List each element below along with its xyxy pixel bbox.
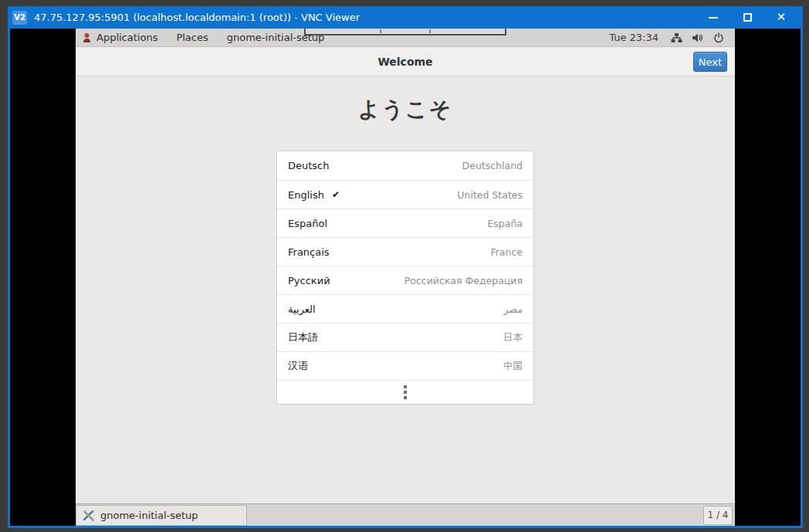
language-row[interactable]: العربية ✔ مصر xyxy=(277,294,533,323)
language-name: 日本語 xyxy=(288,330,318,344)
language-region: Российская Федерация xyxy=(404,275,523,286)
language-name: العربية xyxy=(288,303,316,315)
setup-headerbar: Welcome Next xyxy=(76,47,735,76)
maximize-icon xyxy=(743,13,752,22)
applications-menu[interactable]: Applications xyxy=(76,29,167,46)
more-languages-button[interactable] xyxy=(277,380,533,404)
language-region: 中国 xyxy=(503,360,523,373)
places-label: Places xyxy=(176,32,208,43)
language-name: 汉语 xyxy=(288,359,308,373)
welcome-heading: ようこそ xyxy=(76,95,735,124)
language-row[interactable]: Français ✔ France xyxy=(277,237,533,266)
toolbar-tick xyxy=(429,29,431,33)
vnc-canvas: Applications Places gnome-initial-setup … xyxy=(10,29,801,526)
network-icon[interactable] xyxy=(671,32,682,43)
close-icon: ✕ xyxy=(777,12,787,23)
language-row[interactable]: Español ✔ España xyxy=(277,208,533,237)
taskbar-window-label: gnome-initial-setup xyxy=(100,510,198,521)
workspace-pager[interactable]: 1 / 4 xyxy=(703,506,733,525)
page-title: Welcome xyxy=(377,56,432,68)
language-region: Deutschland xyxy=(462,160,523,171)
power-icon[interactable] xyxy=(713,32,724,43)
close-button[interactable]: ✕ xyxy=(764,6,798,29)
language-name: Español xyxy=(288,218,327,229)
app-tools-icon xyxy=(83,510,95,521)
language-name: Français xyxy=(288,246,330,258)
more-icon xyxy=(404,391,407,394)
minimize-icon xyxy=(709,17,718,19)
language-region: مصر xyxy=(504,303,523,315)
language-row[interactable]: 日本語 ✔ 日本 xyxy=(277,323,533,351)
applications-icon xyxy=(82,32,92,43)
language-row[interactable]: English ✔ United States xyxy=(277,180,533,208)
language-name: Deutsch xyxy=(288,160,330,171)
taskbar: gnome-initial-setup 1 / 4 xyxy=(76,503,735,526)
language-region: 日本 xyxy=(503,331,523,344)
vnc-viewer-window: V2 47.75.127.95:5901 (localhost.localdom… xyxy=(8,6,803,528)
maximize-button[interactable] xyxy=(730,6,764,29)
vnc-titlebar[interactable]: V2 47.75.127.95:5901 (localhost.localdom… xyxy=(8,6,803,29)
toolbar-tick xyxy=(380,29,381,33)
selected-check-icon: ✔ xyxy=(332,189,340,200)
language-listbox: Deutsch ✔ Deutschland English ✔ United S… xyxy=(276,151,534,405)
vnc-toolbar-handle[interactable] xyxy=(304,29,506,36)
language-row[interactable]: 汉语 ✔ 中国 xyxy=(277,351,533,380)
language-name: Русский xyxy=(288,275,330,286)
taskbar-window-button[interactable]: gnome-initial-setup xyxy=(76,505,247,526)
language-name: English xyxy=(288,189,324,201)
language-region: España xyxy=(487,218,523,229)
language-region: United States xyxy=(457,189,523,201)
places-menu[interactable]: Places xyxy=(167,29,217,46)
next-button[interactable]: Next xyxy=(693,52,727,72)
language-row[interactable]: Русский ✔ Российская Федерация xyxy=(277,266,533,294)
setup-content: ようこそ Deutsch ✔ Deutschland English ✔ Uni… xyxy=(76,76,735,503)
applications-label: Applications xyxy=(96,32,157,43)
vnc-logo-icon: V2 xyxy=(12,11,27,25)
volume-icon[interactable] xyxy=(692,32,703,43)
minimize-button[interactable] xyxy=(696,6,730,29)
window-title: 47.75.127.95:5901 (localhost.localdomain… xyxy=(34,12,696,23)
language-row[interactable]: Deutsch ✔ Deutschland xyxy=(277,151,533,180)
remote-desktop: Applications Places gnome-initial-setup … xyxy=(76,29,735,526)
clock[interactable]: Tue 23:34 xyxy=(601,32,666,43)
language-region: France xyxy=(490,246,523,258)
